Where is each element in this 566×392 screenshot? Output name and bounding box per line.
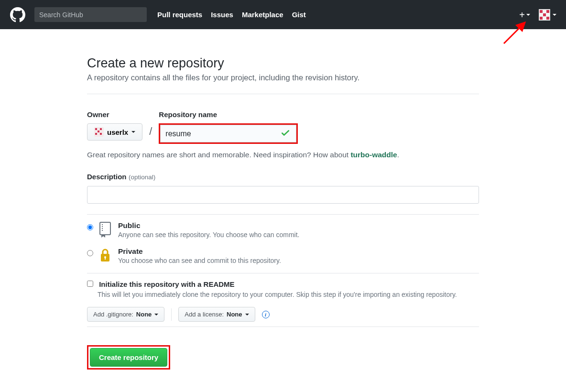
search-input[interactable] — [34, 7, 147, 22]
annotation-arrow-icon — [502, 22, 531, 45]
svg-marker-7 — [101, 235, 105, 238]
page-title: Create a new repository — [87, 56, 479, 71]
readme-row: Initialize this repository with a README… — [87, 280, 479, 298]
gitignore-select[interactable]: Add .gitignore: None — [87, 307, 164, 322]
description-optional: (optional) — [129, 174, 155, 181]
svg-rect-5 — [102, 228, 103, 229]
description-input[interactable] — [87, 186, 479, 204]
license-select[interactable]: Add a license: None — [178, 307, 255, 322]
user-menu[interactable] — [539, 9, 556, 21]
page-lead: A repository contains all the files for … — [87, 73, 479, 82]
svg-rect-3 — [102, 224, 103, 225]
svg-line-1 — [504, 23, 524, 44]
name-suggestion-link[interactable]: turbo-waddle — [350, 151, 397, 159]
repo-public-icon — [98, 221, 113, 240]
private-title: Private — [118, 247, 143, 255]
visibility-public-row: Public Anyone can see this repository. Y… — [87, 221, 479, 240]
app-header: Pull requests Issues Marketplace Gist + — [0, 0, 566, 29]
check-icon — [281, 129, 290, 139]
repo-name-input[interactable] — [160, 125, 296, 142]
divider — [87, 273, 479, 273]
svg-rect-4 — [102, 226, 103, 227]
info-icon[interactable]: i — [262, 311, 270, 318]
caret-down-icon — [526, 14, 530, 16]
nav-marketplace[interactable]: Marketplace — [242, 11, 283, 19]
repo-name-label: Repository name — [159, 110, 298, 119]
primary-nav: Pull requests Issues Marketplace Gist — [157, 11, 306, 19]
nav-gist[interactable]: Gist — [292, 11, 306, 19]
visibility-private-row: Private You choose who can see and commi… — [87, 247, 479, 265]
github-logo[interactable] — [10, 7, 26, 23]
owner-name: userlx — [107, 128, 128, 136]
header-right: + — [519, 9, 556, 21]
owner-avatar-icon — [94, 127, 104, 137]
owner-label: Owner — [87, 110, 142, 119]
svg-rect-6 — [102, 230, 103, 231]
readme-checkbox[interactable] — [87, 281, 93, 287]
owner-field: Owner userlx — [87, 110, 142, 141]
annotation-highlight — [159, 123, 298, 144]
svg-rect-10 — [105, 258, 106, 260]
lock-icon — [98, 247, 113, 265]
owner-slash: / — [149, 125, 152, 141]
create-repository-button[interactable]: Create repository — [90, 348, 167, 367]
svg-rect-2 — [100, 222, 110, 235]
readme-sub: This will let you immediately clone the … — [98, 291, 479, 298]
caret-down-icon — [245, 314, 249, 316]
divider — [87, 214, 479, 215]
nav-issues[interactable]: Issues — [211, 11, 233, 19]
divider — [171, 308, 172, 321]
repo-name-field: Repository name — [159, 110, 298, 144]
nav-pull-requests[interactable]: Pull requests — [157, 11, 202, 19]
description-field: Description (optional) — [87, 173, 479, 204]
private-sub: You choose who can see and commit to thi… — [118, 257, 281, 264]
owner-select-button[interactable]: userlx — [87, 123, 142, 141]
readme-label: Initialize this repository with a README — [99, 280, 234, 288]
private-radio[interactable] — [87, 250, 93, 256]
avatar-icon — [539, 9, 550, 21]
plus-icon: + — [519, 10, 525, 20]
caret-down-icon — [154, 314, 158, 316]
public-radio[interactable] — [87, 224, 93, 230]
public-sub: Anyone can see this repository. You choo… — [118, 231, 300, 239]
main-content: Create a new repository A repository con… — [87, 29, 479, 370]
divider — [87, 94, 479, 94]
public-title: Public — [118, 221, 141, 229]
caret-down-icon — [553, 14, 556, 16]
description-label: Description — [87, 173, 127, 181]
divider — [87, 327, 479, 327]
caret-down-icon — [131, 131, 135, 133]
repo-name-hint: Great repository names are short and mem… — [87, 151, 479, 159]
create-new-menu[interactable]: + — [519, 10, 530, 20]
template-select-row: Add .gitignore: None Add a license: None… — [87, 307, 479, 322]
annotation-highlight: Create repository — [87, 345, 170, 370]
